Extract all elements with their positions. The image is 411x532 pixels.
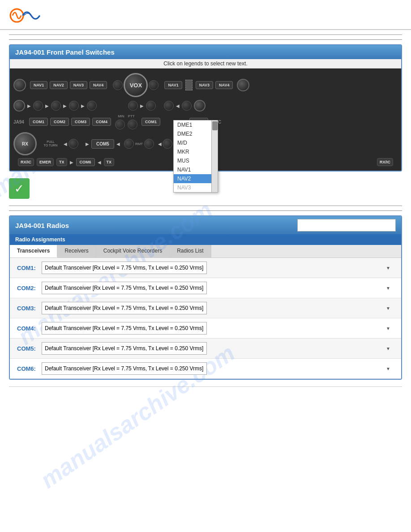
- left-outer-knob[interactable]: [13, 79, 26, 91]
- dropdown-item-dme2[interactable]: DME2: [174, 129, 211, 138]
- right-area-knob[interactable]: [163, 139, 172, 149]
- right-knob-row2[interactable]: [194, 100, 206, 112]
- rxic-btn-left[interactable]: RX/IC: [18, 158, 34, 166]
- tab-receivers[interactable]: Receivers: [57, 245, 96, 257]
- dropdown-item-nav3[interactable]: NAV3: [174, 183, 211, 192]
- rmt-area-knob[interactable]: [124, 139, 134, 149]
- small-knob-3[interactable]: [69, 101, 79, 111]
- com3-select[interactable]: Default Transceiver [Rx Level = 7.75 Vrm…: [42, 302, 207, 314]
- vox-button[interactable]: VOX: [124, 73, 148, 97]
- arrow-right-3[interactable]: ▶: [63, 103, 67, 108]
- small-knob-1[interactable]: [33, 101, 43, 111]
- arrow-right-com5[interactable]: ▶: [86, 142, 89, 146]
- center-knob-top2[interactable]: [149, 80, 158, 90]
- com3-btn-1[interactable]: COM3: [71, 118, 90, 126]
- arrow-right-2[interactable]: ▶: [45, 103, 49, 108]
- com6-select-wrapper: Default Transceiver [Rx Level = 7.75 Vrm…: [42, 362, 394, 375]
- nav2-btn-1[interactable]: NAV2: [50, 81, 67, 89]
- com2-select[interactable]: Default Transceiver [Rx Level = 7.75 Vrm…: [42, 282, 207, 294]
- radios-title-input[interactable]: [297, 219, 396, 232]
- tx-btn-left[interactable]: TX: [56, 158, 67, 166]
- radios-title-row: JA94-001 Radios: [10, 216, 401, 234]
- com2-btn-1[interactable]: COM2: [50, 118, 69, 126]
- com1-btn-2[interactable]: COM1: [141, 118, 160, 126]
- nav4-btn-2[interactable]: NAV4: [215, 81, 233, 89]
- nav4-btn-1[interactable]: NAV4: [90, 81, 107, 89]
- nav1-btn-2[interactable]: NAV1: [164, 81, 182, 89]
- min-knob[interactable]: [115, 120, 125, 129]
- radios-panel-separator: [9, 210, 402, 211]
- dropdown-scrollbar[interactable]: [211, 120, 218, 192]
- min-label: MIN: [118, 114, 124, 118]
- com1-select[interactable]: Default Transceiver [Rx Level = 7.75 Vrm…: [42, 262, 207, 274]
- com6-btn[interactable]: COM6: [76, 158, 95, 166]
- rmt-right-knob[interactable]: [144, 139, 154, 149]
- ptt-knob[interactable]: [128, 120, 137, 129]
- com5-select-wrapper: Default Transceiver [Rx Level = 7.75 Vrm…: [42, 342, 394, 355]
- arrow-left-com5-2[interactable]: ◀: [116, 142, 120, 146]
- com1-select-wrapper: Default Transceiver [Rx Level = 7.75 Vrm…: [42, 262, 394, 274]
- emer-btn[interactable]: EMER: [37, 158, 54, 166]
- nav1-btn-1[interactable]: NAV1: [30, 81, 47, 89]
- front-panel-container: JA94-001 Front Panel Switches Click on l…: [9, 44, 402, 172]
- header-separator: [9, 34, 402, 35]
- com4-select[interactable]: Default Transceiver [Rx Level = 7.75 Vrm…: [42, 322, 207, 335]
- panel-separator-top: [9, 39, 402, 40]
- dropdown-trigger-area[interactable]: [185, 80, 193, 90]
- com-rows: COM1: Default Transceiver [Rx Level = 7.…: [10, 258, 401, 379]
- arrow-right-1[interactable]: ▶: [27, 103, 31, 108]
- dropdown-popup: DME1 DME2 M/D MKR MUS NAV1 NAV2 NAV3: [173, 120, 218, 193]
- right-outer-knob-top[interactable]: [237, 79, 249, 91]
- radios-title: JA94-001 Radios: [15, 222, 69, 229]
- arrow-left-com5-1[interactable]: ◀: [64, 142, 67, 146]
- small-knob-8[interactable]: [182, 101, 192, 111]
- com-row-6: COM6: Default Transceiver [Rx Level = 7.…: [10, 359, 401, 379]
- tab-cockpit-voice-recorders[interactable]: Cockpit Voice Recorders: [96, 245, 170, 257]
- arrow-left-right-1[interactable]: ◀: [158, 142, 162, 146]
- dropdown-item-mus[interactable]: MUS: [174, 156, 211, 165]
- com-row-2: COM2: Default Transceiver [Rx Level = 7.…: [10, 278, 401, 298]
- com5-left-knob[interactable]: [68, 139, 78, 149]
- dropdown-item-dme1[interactable]: DME1: [174, 120, 211, 129]
- tx-btn-right[interactable]: TX: [104, 158, 115, 166]
- tab-transceivers[interactable]: Transceivers: [10, 245, 57, 257]
- tabs-row: Transceivers Receivers Cockpit Voice Rec…: [10, 245, 401, 258]
- com6-select[interactable]: Default Transceiver [Rx Level = 7.75 Vrm…: [42, 362, 207, 375]
- small-knob-5[interactable]: [128, 101, 138, 111]
- arrow-right-5[interactable]: ▶: [140, 103, 144, 108]
- dropdown-item-nav2[interactable]: NAV2: [174, 174, 211, 183]
- arrow-right-4[interactable]: ▶: [81, 103, 85, 108]
- com4-select-wrapper: Default Transceiver [Rx Level = 7.75 Vrm…: [42, 322, 394, 335]
- nav3-btn-1[interactable]: NAV3: [70, 81, 87, 89]
- radios-panel-container: JA94-001 Radios Radio Assignments Transc…: [9, 215, 402, 380]
- center-knob-top[interactable]: [113, 80, 123, 90]
- com5-select[interactable]: Default Transceiver [Rx Level = 7.75 Vrm…: [42, 342, 207, 355]
- com5-label: COM5:: [17, 345, 42, 352]
- com-row-4: COM4: Default Transceiver [Rx Level = 7.…: [10, 318, 401, 339]
- tab-radios-list[interactable]: Radios List: [170, 245, 211, 257]
- arrow-com6-right[interactable]: ◀: [98, 160, 101, 165]
- small-knob-6[interactable]: [146, 101, 156, 111]
- arrow-com6-left[interactable]: ▶: [70, 160, 73, 165]
- com1-label: COM1:: [17, 265, 42, 271]
- dropdown-item-md[interactable]: M/D: [174, 138, 211, 147]
- com4-btn-1[interactable]: COM4: [92, 118, 111, 126]
- dropdown-item-nav1[interactable]: NAV1: [174, 165, 211, 174]
- arrow-left-1[interactable]: ◀: [176, 103, 180, 108]
- small-knob-4[interactable]: [87, 101, 97, 111]
- dropdown-scrollbar-thumb[interactable]: [212, 121, 218, 130]
- dropdown-item-mkr[interactable]: MKR: [174, 147, 211, 156]
- nav3-btn-2[interactable]: NAV3: [196, 81, 213, 89]
- left-knob-row2[interactable]: [13, 100, 25, 112]
- com1-btn-1[interactable]: COM1: [29, 118, 48, 126]
- checkmark-separator: [9, 206, 402, 206]
- small-knob-7[interactable]: [164, 101, 174, 111]
- com5-btn[interactable]: COM5: [91, 139, 114, 149]
- rxic-btn-right[interactable]: RX/IC: [377, 158, 393, 166]
- ptt-label: PTT: [128, 114, 135, 118]
- com6-label: COM6:: [17, 365, 42, 372]
- rx-knob-left[interactable]: RX: [13, 132, 37, 155]
- small-knob-2[interactable]: [51, 101, 61, 111]
- header: [0, 0, 411, 30]
- com-row-1: COM1: Default Transceiver [Rx Level = 7.…: [10, 258, 401, 278]
